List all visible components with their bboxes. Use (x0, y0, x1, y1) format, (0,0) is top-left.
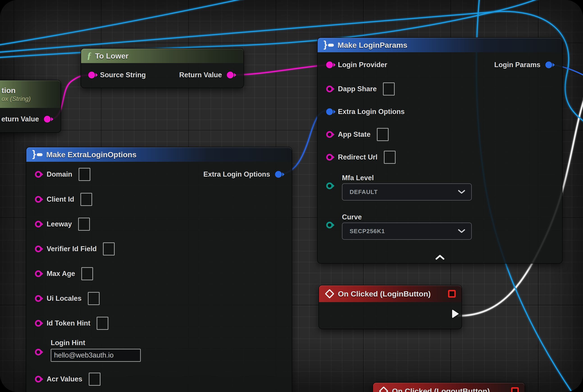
pin-row: eturn Value (0, 108, 60, 130)
return-value-output-pin[interactable] (227, 72, 234, 78)
login-hint-input-pin[interactable] (35, 349, 42, 356)
node-title: On Clicked (LogoutButton) (392, 387, 490, 392)
make-struct-brace: } (32, 149, 36, 158)
return-value-output-pin[interactable] (44, 116, 51, 122)
pin-label: Source String (100, 71, 146, 79)
verifier-id-field-checkbox[interactable] (103, 242, 115, 256)
mfa-level-dropdown[interactable]: DEFAULT (342, 184, 472, 200)
source-string-input-pin[interactable] (88, 72, 95, 78)
delegate-output-pin[interactable] (511, 387, 519, 392)
pin-label: Acr Values (47, 375, 82, 383)
exec-output-pin[interactable] (452, 309, 459, 318)
pin-row: App State (318, 123, 562, 146)
node-title: To Lower (95, 52, 129, 60)
chevron-down-icon (458, 190, 466, 194)
pin-label: Curve (342, 213, 562, 221)
pin-label: Leeway (47, 220, 72, 228)
pin-row: Leeway (26, 212, 292, 236)
pin-row: Redirect Url (318, 146, 562, 168)
pin-label: Id Token Hint (47, 319, 90, 327)
delegate-output-pin[interactable] (448, 290, 456, 298)
pin-row (319, 302, 462, 326)
app-state-input-pin[interactable] (326, 131, 333, 138)
pin-row: Source String Return Value (81, 63, 244, 87)
collapse-node-button[interactable] (435, 254, 445, 261)
dapp-share-checkbox[interactable] (383, 82, 395, 96)
pin-label: Login Params (494, 61, 540, 69)
curve-field: Curve SECP256K1 (318, 213, 562, 240)
make-struct-brace: } (324, 40, 327, 49)
node-get-textbox-partial[interactable]: tion ox (String) eturn Value (0, 80, 61, 133)
client-id-checkbox[interactable] (80, 193, 92, 206)
node-header[interactable]: } Make ExtraLoginOptions (26, 147, 292, 162)
id-token-hint-input-pin[interactable] (35, 320, 42, 327)
curve-dropdown[interactable]: SECP256K1 (342, 222, 472, 240)
login-provider-input-pin[interactable] (326, 62, 333, 68)
id-token-hint-checkbox[interactable] (97, 317, 108, 330)
login-hint-input[interactable] (51, 349, 141, 362)
pin-row: Domain Extra Login Options (26, 162, 292, 187)
extra-login-options-input-pin[interactable] (326, 108, 333, 115)
node-title: On Clicked (LoginButton) (338, 290, 431, 298)
make-struct-dash (328, 44, 334, 47)
pin-label: Login Provider (338, 61, 387, 69)
node-subtitle: ox (String) (2, 95, 31, 102)
node-on-clicked-login-button[interactable]: On Clicked (LoginButton) (318, 285, 462, 329)
blueprint-canvas[interactable]: tion ox (String) eturn Value ƒ To Lower … (0, 0, 583, 392)
pin-row: Extra Login Options (318, 100, 562, 123)
pin-row: Id Token Hint (26, 311, 292, 336)
verifier-id-field-input-pin[interactable] (35, 246, 42, 252)
pin-row: Max Age (26, 261, 292, 286)
pin-label: Mfa Level (342, 174, 562, 182)
make-struct-icon: } (324, 40, 334, 50)
pin-row: Login Provider Login Params (318, 52, 562, 78)
acr-values-checkbox[interactable] (89, 373, 100, 386)
domain-input-pin[interactable] (35, 171, 42, 178)
event-diamond-icon (325, 289, 334, 298)
make-struct-icon: } (32, 150, 42, 159)
node-title: Make LoginParams (338, 41, 407, 50)
node-header[interactable]: tion ox (String) (0, 80, 60, 108)
node-make-login-params[interactable]: } Make LoginParams Login Provider Login … (317, 38, 562, 264)
pin-label: Extra Login Options (338, 108, 404, 116)
max-age-input-pin[interactable] (35, 270, 42, 277)
pin-label: App State (338, 130, 370, 138)
chevron-up-icon (435, 254, 445, 260)
redirect-url-checkbox[interactable] (384, 151, 396, 164)
ui-locales-input-pin[interactable] (35, 295, 42, 302)
pin-label: Dapp Share (338, 85, 377, 93)
redirect-url-input-pin[interactable] (326, 154, 333, 161)
pin-label: Client Id (47, 195, 74, 204)
node-to-lower[interactable]: ƒ To Lower Source String Return Value (81, 48, 244, 88)
app-state-checkbox[interactable] (377, 128, 388, 141)
node-header[interactable]: } Make LoginParams (318, 38, 562, 52)
pin-label: Ui Locales (47, 294, 82, 302)
dapp-share-input-pin[interactable] (326, 86, 333, 92)
leeway-input-pin[interactable] (35, 221, 42, 228)
pin-label: Extra Login Options (204, 170, 270, 178)
pin-row: Verifier Id Field (26, 236, 292, 261)
pin-row: Dapp Share (318, 78, 562, 100)
leeway-checkbox[interactable] (78, 218, 90, 231)
node-header[interactable]: On Clicked (LoginButton) (319, 286, 462, 302)
pin-label: Return Value (179, 71, 222, 79)
domain-checkbox[interactable] (78, 168, 90, 181)
node-title: tion (2, 86, 16, 95)
pin-label: Redirect Url (338, 153, 378, 161)
node-header[interactable]: ƒ To Lower (81, 49, 244, 63)
curve-input-pin[interactable] (326, 222, 333, 228)
mfa-level-input-pin[interactable] (326, 182, 333, 189)
ui-locales-checkbox[interactable] (88, 292, 100, 305)
acr-values-input-pin[interactable] (35, 376, 42, 382)
client-id-input-pin[interactable] (35, 196, 42, 203)
make-struct-dash (37, 153, 42, 156)
extra-login-options-output-pin[interactable] (275, 171, 282, 178)
node-header[interactable]: On Clicked (LogoutButton) (373, 383, 525, 392)
node-title: Make ExtraLoginOptions (46, 150, 136, 159)
pin-label: Login Hint (51, 339, 292, 347)
node-on-clicked-logout-button[interactable]: On Clicked (LogoutButton) (372, 382, 525, 392)
pin-row: Ui Locales (26, 286, 292, 311)
node-make-extra-login-options[interactable]: } Make ExtraLoginOptions Domain Extra Lo… (26, 147, 292, 392)
login-params-output-pin[interactable] (546, 62, 552, 68)
max-age-checkbox[interactable] (81, 267, 93, 280)
